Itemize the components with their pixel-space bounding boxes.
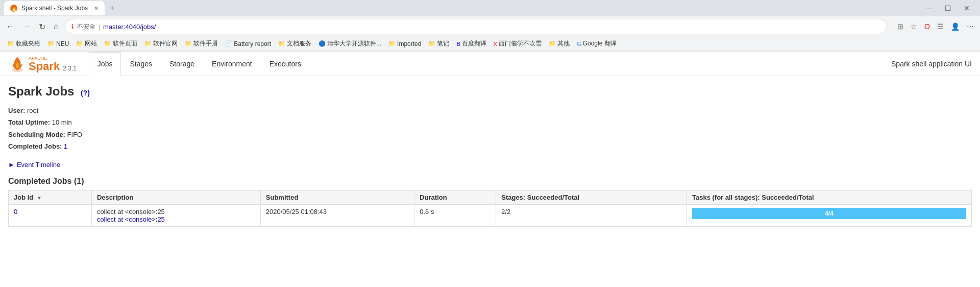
bookmark-label: 收藏夹栏 <box>16 39 40 48</box>
completed-jobs-title: Completed Jobs (1) <box>8 177 972 186</box>
scheduling-value: FIFO <box>67 131 83 138</box>
reading-icon[interactable]: ☰ <box>935 20 946 33</box>
submitted-value: 2020/05/25 01:08:43 <box>266 208 327 216</box>
minimize-button[interactable]: — <box>923 2 935 14</box>
main-content: Spark Jobs (?) User: root Total Uptime: … <box>0 76 980 235</box>
col-header-submitted[interactable]: Submitted <box>260 190 414 204</box>
collapse-triangle-icon: ► <box>8 161 15 169</box>
translate-icon[interactable]: ⊞ <box>895 20 905 33</box>
bookmark-ximen[interactable]: X西门催学不吹雪 <box>491 38 545 49</box>
window-controls: — ☐ ✕ <box>923 2 976 14</box>
bookmark-label: 文档服务 <box>287 39 311 48</box>
bookmark-label: 其他 <box>557 39 570 48</box>
browser-chrome: 🔥 Spark shell - Spark Jobs ✕ + — ☐ ✕ ← →… <box>0 0 980 52</box>
bookmark-label: NEU <box>56 40 69 47</box>
bookmark-software-official[interactable]: 📁软件官网 <box>141 38 181 49</box>
spark-logo-text: Spark <box>29 61 60 72</box>
tab-storage[interactable]: Storage <box>161 52 203 76</box>
home-button[interactable]: ⌂ <box>52 20 61 33</box>
bookmark-label: 网站 <box>85 39 97 48</box>
tab-jobs[interactable]: Jobs <box>89 52 121 76</box>
job-id-link[interactable]: 0 <box>14 208 86 216</box>
bookmark-label: Imported <box>397 40 421 47</box>
bookmark-label: 软件页面 <box>113 39 137 48</box>
user-value: root <box>27 107 38 114</box>
completed-jobs-label: Completed Jobs: <box>8 142 62 150</box>
description-link[interactable]: collect at <console>:25 <box>97 216 255 223</box>
bookmark-tsinghua[interactable]: 🔵清华大学开源软件... <box>315 38 384 49</box>
opera-icon[interactable]: O <box>922 20 932 33</box>
col-header-duration[interactable]: Duration <box>414 190 496 204</box>
bookmark-others[interactable]: 📁其他 <box>546 38 573 49</box>
tab-favicon: 🔥 <box>10 5 17 12</box>
jobs-table: Job Id ▼ Description Submitted Duration … <box>8 190 972 227</box>
cell-stages: 2/2 <box>496 204 687 226</box>
bookmark-imported[interactable]: 📁Imported <box>385 39 424 49</box>
spark-logo: APACHE Spark 2.3.1 <box>8 55 77 73</box>
bookmark-label: 软件手册 <box>193 39 218 48</box>
tab-executors[interactable]: Executors <box>261 52 310 76</box>
col-header-description[interactable]: Description <box>91 190 260 204</box>
bookmark-baidu-translate[interactable]: B百度翻译 <box>453 38 489 49</box>
bookmark-label: 百度翻译 <box>462 39 486 48</box>
spark-flame-icon <box>8 55 27 73</box>
bookmark-label: 西门催学不吹雪 <box>499 39 542 48</box>
description-primary: collect at <console>:25 <box>97 208 165 216</box>
bookmark-software-manual[interactable]: 📁软件手册 <box>182 38 221 49</box>
bookmark-neu[interactable]: 📁NEU <box>44 39 72 49</box>
address-bar-row: ← → ↻ ⌂ ℹ 不安全 | master:4040/jobs/ ⊞ ☆ O … <box>0 16 980 37</box>
reload-button[interactable]: ↻ <box>37 20 47 34</box>
tab-environment[interactable]: Environment <box>203 52 261 76</box>
cell-duration: 0.6 s <box>414 204 496 226</box>
new-tab-button[interactable]: + <box>107 3 117 14</box>
bookmarks-bar: 📁收藏夹栏 📁NEU 📁网站 📁软件页面 📁软件官网 📁软件手册 📄Batter… <box>0 37 980 51</box>
duration-value: 0.6 s <box>420 208 434 216</box>
bookmark-google-translate[interactable]: GGoogle 翻译 <box>574 38 620 49</box>
sort-icon: ▼ <box>37 195 42 201</box>
scheduling-label: Scheduling Mode: <box>8 131 65 138</box>
stages-value: 2/2 <box>501 208 510 216</box>
event-timeline-link[interactable]: ►Event Timeline <box>8 161 60 169</box>
help-link[interactable]: (?) <box>81 89 90 97</box>
tab-close-button[interactable]: ✕ <box>94 5 99 12</box>
active-tab[interactable]: 🔥 Spark shell - Spark Jobs ✕ <box>4 1 105 15</box>
bookmark-favorites[interactable]: 📁收藏夹栏 <box>4 38 43 49</box>
bookmark-notes[interactable]: 📁笔记 <box>425 38 452 49</box>
cell-job-id: 0 <box>9 204 92 226</box>
insecure-icon: ℹ <box>71 23 74 30</box>
bookmark-software-pages[interactable]: 📁软件页面 <box>101 38 140 49</box>
page-title: Spark Jobs (?) <box>8 84 972 99</box>
bookmark-label: 软件官网 <box>153 39 178 48</box>
page-content: APACHE Spark 2.3.1 Jobs Stages Storage E… <box>0 52 980 235</box>
close-button[interactable]: ✕ <box>962 2 972 14</box>
col-header-tasks[interactable]: Tasks (for all stages): Succeeded/Total <box>687 190 971 204</box>
address-bar[interactable]: ℹ 不安全 | master:4040/jobs/ <box>65 19 887 34</box>
bookmark-docs[interactable]: 📁文档服务 <box>275 38 314 49</box>
completed-jobs-link[interactable]: 1 <box>64 142 67 150</box>
col-header-stages[interactable]: Stages: Succeeded/Total <box>496 190 687 204</box>
back-button[interactable]: ← <box>4 20 16 33</box>
event-timeline: ►Event Timeline <box>8 161 972 169</box>
scheduling-row: Scheduling Mode: FIFO <box>8 129 972 140</box>
tab-title: Spark shell - Spark Jobs <box>21 5 88 12</box>
bookmark-battery[interactable]: 📄Battery report <box>222 39 274 49</box>
browser-actions: ⊞ ☆ O ☰ 👤 ⋯ <box>895 20 976 33</box>
uptime-row: Total Uptime: 10 min <box>8 116 972 128</box>
table-body: 0 collect at <console>:25 collect at <co… <box>9 204 972 226</box>
cell-submitted: 2020/05/25 01:08:43 <box>260 204 414 226</box>
bookmark-label: Google 翻译 <box>583 39 617 48</box>
bookmark-website[interactable]: 📁网站 <box>73 38 100 49</box>
menu-icon[interactable]: ⋯ <box>965 20 976 33</box>
address-url[interactable]: master:4040/jobs/ <box>103 23 156 31</box>
cell-description: collect at <console>:25 collect at <cons… <box>91 204 260 226</box>
bookmark-icon[interactable]: ☆ <box>909 20 919 33</box>
nav-tabs: Jobs Stages Storage Environment Executor… <box>89 52 310 76</box>
tasks-progress-bar: 4/4 <box>692 208 966 219</box>
profile-icon[interactable]: 👤 <box>949 20 962 33</box>
bookmark-label: 清华大学开源软件... <box>327 39 381 48</box>
completed-jobs-row: Completed Jobs: 1 <box>8 140 972 152</box>
forward-button[interactable]: → <box>20 20 33 33</box>
maximize-button[interactable]: ☐ <box>943 2 953 14</box>
col-header-job-id[interactable]: Job Id ▼ <box>9 190 92 204</box>
tab-stages[interactable]: Stages <box>121 52 161 76</box>
